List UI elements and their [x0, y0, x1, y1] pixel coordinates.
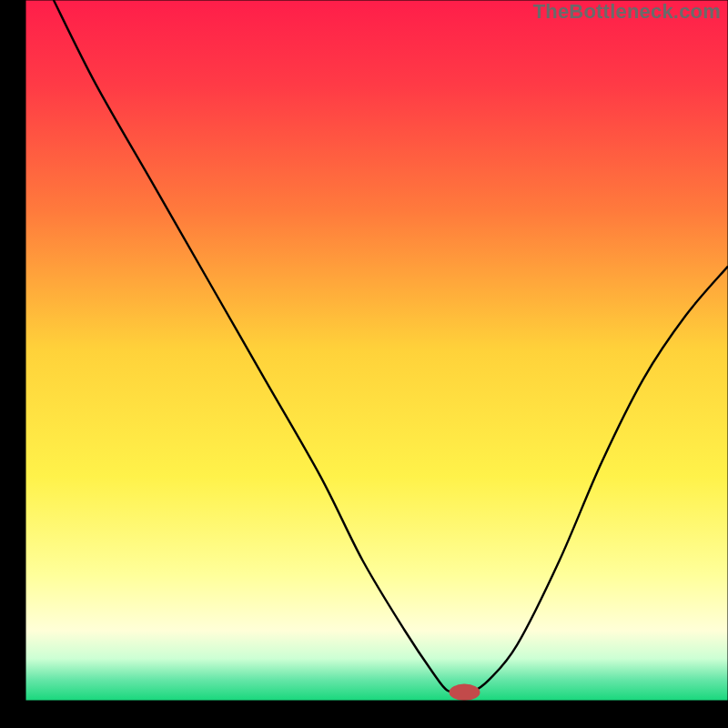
watermark-text: TheBottleneck.com [533, 0, 721, 24]
bottleneck-chart: TheBottleneck.com [0, 0, 728, 728]
gradient-background [25, 0, 728, 701]
bottleneck-minimum-marker [450, 684, 480, 701]
plot-svg [0, 0, 728, 728]
